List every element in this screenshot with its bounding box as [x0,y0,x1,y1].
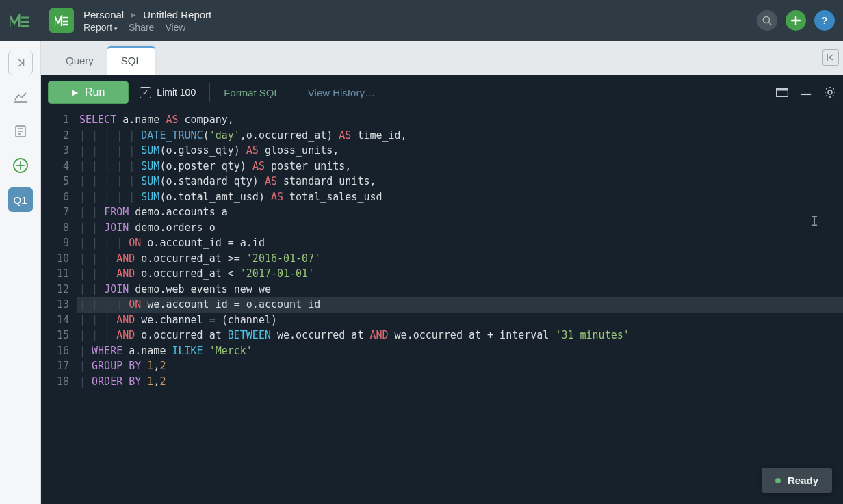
search-button[interactable] [757,10,777,31]
status-label: Ready [788,475,818,486]
rail-notes-button[interactable] [8,119,33,144]
editor-code-area[interactable]: I SELECT a.name AS company,| | | | | DAT… [75,109,843,504]
divider [294,83,294,102]
checkbox-checked-icon: ✓ [140,87,151,98]
plus-circle-icon [12,157,29,174]
limit-label: Limit 100 [157,87,196,98]
code-line[interactable]: | | | | | SUM(o.gloss_qty) AS gloss_unit… [77,143,843,159]
breadcrumb: Personal ▶ Untitled Report Report▾ Share… [83,9,211,33]
code-line[interactable]: | | | | | DATE_TRUNC('day',o.occurred_at… [77,128,843,144]
left-rail: Q1 [0,41,41,504]
view-history-link[interactable]: View History… [308,87,375,98]
chevron-right-icon: ▶ [131,11,136,18]
menu-share[interactable]: Share [129,22,154,33]
search-icon [762,16,772,25]
rail-query-q1[interactable]: Q1 [8,187,33,212]
rail-expand-button[interactable] [8,51,33,75]
svg-rect-11 [777,88,788,91]
svg-point-13 [828,90,832,94]
format-sql-link[interactable]: Format SQL [224,87,280,98]
code-line[interactable]: | | | AND o.occurred_at < '2017-01-01' [77,266,843,282]
menu-report[interactable]: Report▾ [83,22,118,33]
minimize-icon [801,89,812,96]
code-line[interactable]: | | FROM demo.accounts a [77,204,843,220]
status-dot-icon [775,478,781,483]
code-line[interactable]: | WHERE a.name ILIKE 'Merck' [77,343,843,359]
code-line[interactable]: | | | | | SUM(o.standard_qty) AS standar… [77,174,843,189]
run-button-label: Run [85,86,105,98]
collapse-right-panel-button[interactable] [822,49,839,66]
chart-icon [14,92,27,103]
help-icon: ? [822,15,828,26]
run-button[interactable]: ▶ Run [48,81,129,104]
code-line[interactable]: | | | | | SUM(o.total_amt_usd) AS total_… [77,189,843,205]
play-icon: ▶ [72,88,78,97]
help-button[interactable]: ? [814,10,835,31]
rail-chart-button[interactable] [8,85,33,109]
settings-button[interactable] [824,86,836,98]
code-line[interactable]: | | | AND o.occurred_at BETWEEN we.occur… [77,328,843,343]
divider [209,83,210,102]
minimize-button[interactable] [801,89,812,96]
breadcrumb-title[interactable]: Untitled Report [143,9,211,21]
breadcrumb-workspace[interactable]: Personal [83,9,124,21]
rail-add-button[interactable] [8,153,33,178]
brand-logo-icon[interactable] [8,10,30,31]
top-header: Personal ▶ Untitled Report Report▾ Share… [0,0,843,41]
code-line[interactable]: | | | AND o.occurred_at >= '2016-01-07' [77,251,843,267]
layout-button[interactable] [776,88,788,97]
gear-icon [824,86,836,98]
svg-line-1 [769,23,772,25]
svg-point-0 [764,17,770,23]
chevron-left-icon [827,53,835,62]
code-line[interactable]: | GROUP BY 1,2 [77,358,843,374]
code-line[interactable]: | | | | ON o.account_id = a.id [77,235,843,251]
tabs-bar: Query SQL [41,41,843,75]
code-line[interactable]: SELECT a.name AS company, [77,112,843,128]
plus-icon [791,16,801,25]
code-line[interactable]: | | | | ON we.account_id = o.account_id [77,297,843,313]
add-button[interactable] [786,10,806,31]
sql-editor[interactable]: 123456789101112131415161718 I SELECT a.n… [41,109,843,504]
code-line[interactable]: | | | AND we.channel = (channel) [77,313,843,328]
layout-icon [776,88,788,97]
menu-view[interactable]: View [165,22,185,33]
chevron-right-icon [16,58,25,68]
code-line[interactable]: | | JOIN demo.web_events_new we [77,282,843,297]
editor-gutter: 123456789101112131415161718 [41,109,75,504]
notes-icon [15,125,26,137]
tab-sql[interactable]: SQL [107,46,155,75]
caret-down-icon: ▾ [114,25,118,32]
tab-query[interactable]: Query [52,48,107,75]
limit-checkbox-wrap[interactable]: ✓ Limit 100 [140,87,196,98]
code-line[interactable]: | ORDER BY 1,2 [77,374,843,390]
editor-toolbar: ▶ Run ✓ Limit 100 Format SQL View Histor… [41,75,843,109]
workspace-avatar[interactable] [49,8,74,33]
status-badge: Ready [762,468,832,493]
code-line[interactable]: | | | | | SUM(o.poster_qty) AS poster_un… [77,159,843,174]
code-line[interactable]: | | JOIN demo.orders o [77,220,843,236]
